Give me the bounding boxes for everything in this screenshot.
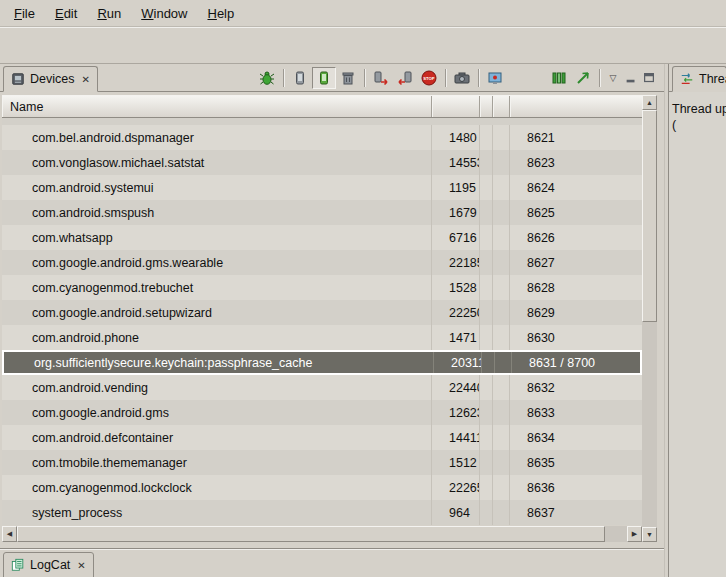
table-row[interactable]: com.cyanogenmod.lockclock 22265 8636 bbox=[2, 475, 642, 500]
port-column-header[interactable] bbox=[510, 96, 642, 117]
table-row[interactable]: com.cyanogenmod.trebuchet 1528 8628 bbox=[2, 275, 642, 300]
empty-column-header[interactable] bbox=[480, 96, 493, 117]
empty-cell bbox=[480, 500, 493, 525]
table-row[interactable]: com.android.phone 1471 8630 bbox=[2, 325, 642, 350]
svg-text:STOP: STOP bbox=[423, 76, 435, 81]
close-icon[interactable]: ✕ bbox=[77, 560, 85, 571]
table-row[interactable]: com.android.systemui 1195 8624 bbox=[2, 175, 642, 200]
pid-cell: 6716 bbox=[432, 225, 480, 250]
pid-cell: 14553 bbox=[432, 150, 480, 175]
screen-record-icon[interactable] bbox=[483, 67, 507, 89]
port-cell: 8621 bbox=[510, 125, 642, 150]
scroll-down-icon[interactable]: ▼ bbox=[642, 527, 657, 542]
port-cell: 8635 bbox=[510, 450, 642, 475]
empty-cell bbox=[480, 275, 493, 300]
scroll-left-icon[interactable]: ◀ bbox=[2, 526, 17, 542]
empty-cell bbox=[480, 425, 493, 450]
menu-bar: File Edit Run Window Help bbox=[0, 0, 726, 27]
process-name-cell: system_process bbox=[2, 500, 432, 525]
backup-device-icon[interactable] bbox=[369, 67, 393, 89]
process-name-cell: com.android.smspush bbox=[2, 200, 432, 225]
menu-edit[interactable]: Edit bbox=[45, 2, 87, 25]
pid-cell: 22250 bbox=[432, 300, 480, 325]
pid-cell: 1480 bbox=[432, 125, 480, 150]
table-row[interactable]: org.sufficientlysecure.keychain:passphra… bbox=[2, 350, 642, 375]
maximize-icon[interactable] bbox=[640, 67, 658, 89]
empty-cell bbox=[480, 175, 493, 200]
dump-hprof-icon[interactable] bbox=[312, 67, 336, 89]
process-name-cell: com.vonglasow.michael.satstat bbox=[2, 150, 432, 175]
table-row[interactable]: com.tmobile.thememanager 1512 8635 bbox=[2, 450, 642, 475]
table-row[interactable]: com.vonglasow.michael.satstat 14553 8623 bbox=[2, 150, 642, 175]
pid-cell: 1679 bbox=[432, 200, 480, 225]
empty-cell bbox=[493, 425, 510, 450]
table-row[interactable]: com.google.android.setupwizard 22250 862… bbox=[2, 300, 642, 325]
tab-threads[interactable]: Threads bbox=[672, 66, 726, 92]
vertical-scrollbar-thumb[interactable] bbox=[642, 110, 657, 322]
scroll-right-icon[interactable]: ▶ bbox=[627, 526, 642, 542]
port-cell: 8628 bbox=[510, 275, 642, 300]
update-threads-icon[interactable] bbox=[547, 67, 571, 89]
threads-view: Threads Thread up ( bbox=[669, 64, 726, 577]
pid-column-header[interactable] bbox=[432, 96, 480, 117]
stop-process-icon[interactable]: STOP bbox=[417, 67, 441, 89]
screen-capture-icon[interactable] bbox=[450, 67, 474, 89]
empty-cell bbox=[493, 125, 510, 150]
table-row[interactable]: com.android.smspush 1679 8625 bbox=[2, 200, 642, 225]
process-name-cell: org.sufficientlysecure.keychain:passphra… bbox=[4, 352, 434, 373]
process-name-cell: com.whatsapp bbox=[2, 225, 432, 250]
empty-cell bbox=[493, 475, 510, 500]
pid-cell: 1512 bbox=[432, 450, 480, 475]
empty-cell bbox=[493, 175, 510, 200]
empty-cell bbox=[493, 225, 510, 250]
process-name-cell: com.tmobile.thememanager bbox=[2, 450, 432, 475]
table-row[interactable]: system_process 964 8637 bbox=[2, 500, 642, 525]
process-name-cell: com.google.android.gms bbox=[2, 400, 432, 425]
table-row[interactable]: com.whatsapp 6716 8626 bbox=[2, 225, 642, 250]
port-cell: 8630 bbox=[510, 325, 642, 350]
partial-row[interactable] bbox=[2, 118, 642, 125]
name-column-header[interactable]: Name bbox=[2, 96, 432, 117]
process-name-cell: com.bel.android.dspmanager bbox=[2, 125, 432, 150]
pid-cell: 1471 bbox=[432, 325, 480, 350]
table-row[interactable]: com.bel.android.dspmanager 1480 8621 bbox=[2, 125, 642, 150]
horizontal-scrollbar-thumb[interactable] bbox=[17, 526, 605, 542]
empty-cell bbox=[480, 450, 493, 475]
empty-cell bbox=[480, 150, 493, 175]
empty-cell bbox=[493, 200, 510, 225]
threads-tab-label: Threads bbox=[699, 72, 726, 86]
cause-gc-icon[interactable] bbox=[336, 67, 360, 89]
table-row[interactable]: com.android.defcontainer 14411 8634 bbox=[2, 425, 642, 450]
minimize-icon[interactable] bbox=[622, 67, 640, 89]
update-heap-icon[interactable] bbox=[288, 67, 312, 89]
pid-cell: 1528 bbox=[432, 275, 480, 300]
table-row[interactable]: com.google.android.gms 12623 8633 bbox=[2, 400, 642, 425]
empty-column-header[interactable] bbox=[493, 96, 510, 117]
port-cell: 8632 bbox=[510, 375, 642, 400]
horizontal-scrollbar[interactable]: ◀ ▶ bbox=[2, 526, 642, 542]
restore-device-icon[interactable] bbox=[393, 67, 417, 89]
threads-message-line2: ( bbox=[672, 117, 723, 133]
port-cell: 8626 bbox=[510, 225, 642, 250]
method-profiling-icon[interactable] bbox=[571, 67, 595, 89]
table-row[interactable]: com.google.android.gms.wearable 22185 86… bbox=[2, 250, 642, 275]
scroll-up-icon[interactable]: ▲ bbox=[642, 95, 657, 110]
vertical-scrollbar[interactable]: ▲ ▼ bbox=[642, 95, 657, 542]
empty-cell bbox=[493, 150, 510, 175]
view-menu-icon[interactable]: ▽ bbox=[604, 67, 622, 89]
close-icon[interactable]: ✕ bbox=[81, 74, 89, 85]
menu-help[interactable]: Help bbox=[197, 2, 244, 25]
threads-message-line1: Thread up bbox=[672, 101, 723, 117]
empty-cell bbox=[493, 500, 510, 525]
menu-run[interactable]: Run bbox=[87, 2, 131, 25]
pid-cell: 20311 bbox=[434, 352, 482, 373]
debug-process-icon[interactable] bbox=[255, 67, 279, 89]
menu-file[interactable]: File bbox=[4, 2, 45, 25]
port-cell: 8637 bbox=[510, 500, 642, 525]
tab-logcat[interactable]: LogCat ✕ bbox=[3, 552, 94, 577]
tab-devices[interactable]: Devices ✕ bbox=[3, 66, 98, 92]
menu-window[interactable]: Window bbox=[131, 2, 197, 25]
empty-cell bbox=[480, 125, 493, 150]
pid-cell: 964 bbox=[432, 500, 480, 525]
table-row[interactable]: com.android.vending 22440 8632 bbox=[2, 375, 642, 400]
